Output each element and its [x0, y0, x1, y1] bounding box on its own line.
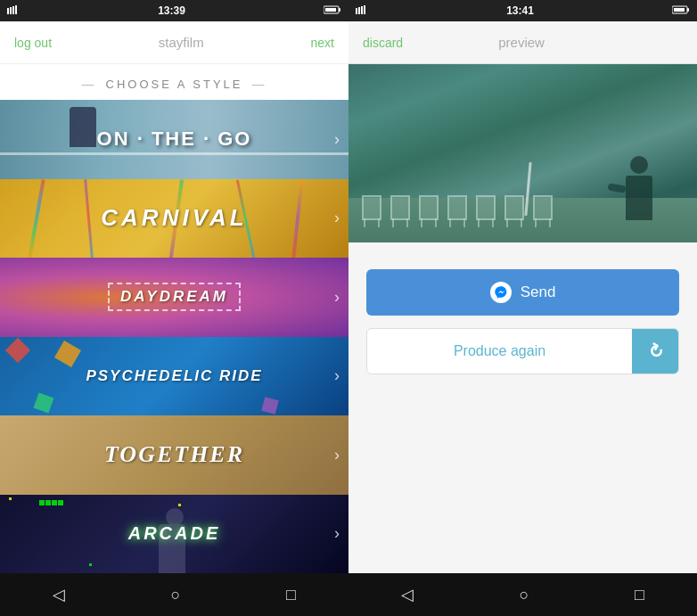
- refresh-button[interactable]: ↻: [632, 329, 678, 374]
- section-title: CHOOSE A STYLE: [106, 78, 243, 91]
- preview-title: preview: [498, 35, 545, 50]
- recent-button-right[interactable]: □: [635, 586, 644, 604]
- svg-rect-12: [674, 8, 685, 12]
- preview-image: [348, 64, 697, 242]
- svg-rect-3: [15, 5, 17, 14]
- back-button-left[interactable]: ◁: [53, 585, 65, 604]
- next-button[interactable]: next: [311, 36, 334, 50]
- action-area: Send Produce again ↻: [348, 242, 697, 573]
- refresh-icon: ↻: [644, 338, 668, 364]
- status-bar-right: 13:41: [348, 0, 697, 21]
- battery-icon-right: [672, 5, 690, 16]
- style-item-carnival[interactable]: CARNIVAL ›: [0, 179, 348, 259]
- back-button-right[interactable]: ◁: [401, 585, 414, 604]
- top-nav-left: log out stayfilm next: [0, 21, 348, 64]
- person-figure: [626, 176, 652, 220]
- messenger-icon: [490, 282, 512, 303]
- style-item-daydream[interactable]: DAYDREAM ›: [0, 258, 348, 337]
- svg-rect-10: [364, 5, 365, 14]
- right-panel: 13:41 discard preview: [348, 0, 697, 616]
- style-item-psychedelic[interactable]: PSYCHEDELIC RIDE ›: [0, 337, 348, 416]
- style-label-arcade: ARCADE: [128, 523, 221, 544]
- svg-rect-13: [687, 8, 689, 12]
- top-nav-right: discard preview: [348, 21, 697, 64]
- svg-rect-0: [7, 8, 9, 14]
- svg-rect-8: [358, 7, 360, 14]
- svg-rect-7: [356, 8, 357, 14]
- discard-button[interactable]: discard: [363, 36, 403, 50]
- svg-rect-1: [10, 7, 12, 14]
- svg-rect-6: [339, 8, 340, 12]
- style-label-on-the-go: ON · THE · GO: [97, 127, 252, 151]
- dash-right: —: [252, 77, 267, 91]
- app-title: stayfilm: [159, 35, 204, 50]
- chevron-daydream: ›: [334, 288, 340, 307]
- section-header: — CHOOSE A STYLE —: [0, 64, 348, 100]
- chevron-carnival: ›: [334, 209, 340, 227]
- style-label-carnival: CARNIVAL: [101, 204, 247, 232]
- left-panel: 13:39 log out stayfilm next — CHOOSE A S…: [0, 0, 348, 616]
- send-button[interactable]: Send: [366, 269, 679, 316]
- chevron-arcade: ›: [334, 524, 340, 543]
- status-icons-left: [7, 5, 20, 16]
- produce-again-row: Produce again ↻: [366, 328, 679, 374]
- style-label-together: Together: [104, 441, 244, 468]
- chevron-together: ›: [334, 446, 340, 464]
- svg-rect-9: [361, 6, 363, 14]
- bottom-nav-left: ◁ ○ □: [0, 573, 348, 616]
- recent-button-left[interactable]: □: [286, 586, 296, 604]
- home-button-right[interactable]: ○: [520, 586, 529, 604]
- style-item-arcade[interactable]: ARCADE ›: [0, 495, 348, 574]
- bottom-nav-right: ◁ ○ □: [348, 573, 697, 616]
- produce-again-label: Produce again: [454, 343, 545, 359]
- style-item-on-the-go[interactable]: ON · THE · GO ›: [0, 100, 348, 179]
- svg-rect-2: [12, 6, 14, 14]
- battery-icon-left: [324, 5, 341, 16]
- send-label: Send: [521, 283, 556, 301]
- style-label-daydream: DAYDREAM: [108, 283, 241, 311]
- dash-left: —: [82, 77, 97, 91]
- home-button-left[interactable]: ○: [171, 586, 181, 604]
- style-label-psychedelic: PSYCHEDELIC RIDE: [86, 367, 262, 385]
- right-time: 13:41: [506, 4, 534, 17]
- status-icons-right: [356, 5, 368, 16]
- svg-rect-5: [325, 8, 336, 12]
- left-time: 13:39: [158, 4, 185, 17]
- chevron-psychedelic: ›: [334, 366, 340, 385]
- produce-again-button[interactable]: Produce again: [367, 329, 632, 374]
- logout-button[interactable]: log out: [14, 36, 52, 50]
- style-list: ON · THE · GO › CARNIVAL › DAYDREAM ›: [0, 100, 348, 573]
- status-bar-left: 13:39: [0, 0, 348, 21]
- style-item-together[interactable]: Together ›: [0, 415, 348, 495]
- chevron-on-the-go: ›: [334, 130, 340, 149]
